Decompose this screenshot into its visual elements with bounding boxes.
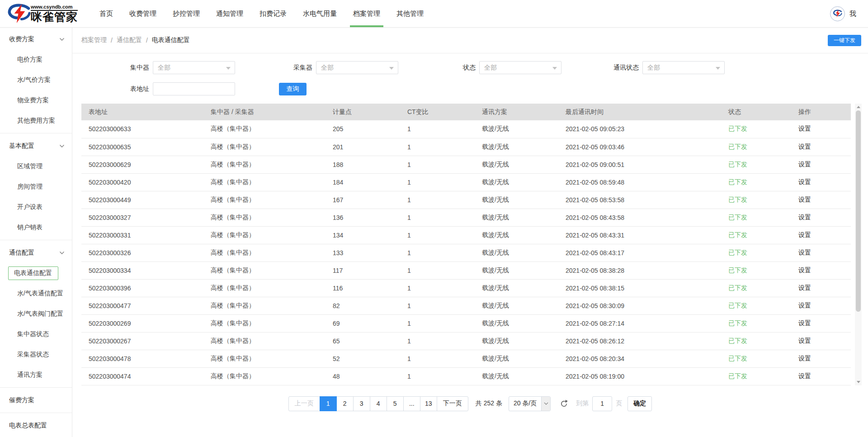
settings-link[interactable]: 设置 <box>798 143 811 150</box>
settings-link[interactable]: 设置 <box>798 266 811 274</box>
cell-metering-point: 52 <box>326 350 400 367</box>
search-button[interactable]: 查询 <box>279 83 307 95</box>
sidebar-group-header[interactable]: 电表总表配置 <box>0 415 72 436</box>
sidebar-group-header[interactable]: 催费方案 <box>0 390 72 410</box>
sidebar-item[interactable]: 水/气表阀门配置 <box>0 304 72 324</box>
sidebar-group-header[interactable]: 收费方案 <box>0 29 72 49</box>
brand-logo[interactable]: www.csyndb.com 咪雀管家 <box>6 4 78 24</box>
sidebar-item[interactable]: 电表通信配置 <box>0 263 72 283</box>
concentrator-select[interactable]: 全部 <box>153 61 235 74</box>
cell-comm-scheme: 载波/无线 <box>475 367 558 385</box>
main-content: 档案管理/通信配置/电表通信配置 一键下发 集中器全部采集器全部状态全部通讯状态… <box>72 28 868 437</box>
user-menu[interactable]: 我 <box>849 10 856 18</box>
comm-status-select[interactable]: 全部 <box>642 61 725 74</box>
breadcrumb: 档案管理/通信配置/电表通信配置 <box>81 36 190 44</box>
nav-item-7[interactable]: 档案管理 <box>345 0 388 27</box>
user-avatar[interactable] <box>830 6 845 21</box>
cell-meter-address: 502203000629 <box>81 156 203 173</box>
cell-last-comm-time: 2021-02-05 08:26:12 <box>558 332 721 350</box>
cell-meter-address: 502203000267 <box>81 332 203 350</box>
nav-item-5[interactable]: 扣费记录 <box>251 0 295 27</box>
settings-link[interactable]: 设置 <box>798 355 811 362</box>
nav-item-3[interactable]: 抄控管理 <box>165 0 208 27</box>
sidebar-item[interactable]: 其他费用方案 <box>0 110 72 131</box>
cell-action: 设置 <box>791 261 851 279</box>
sidebar-item[interactable]: 开户设表 <box>0 197 72 217</box>
settings-link[interactable]: 设置 <box>798 125 811 132</box>
cell-status: 已下发 <box>721 120 791 138</box>
settings-link[interactable]: 设置 <box>798 284 811 291</box>
scroll-up-icon[interactable] <box>855 104 862 110</box>
scroll-down-icon[interactable] <box>855 379 862 385</box>
scrollbar-thumb[interactable] <box>856 110 861 312</box>
sidebar-item[interactable]: 房间管理 <box>0 176 72 197</box>
cell-action: 设置 <box>791 209 851 226</box>
meter-address-input[interactable] <box>153 82 235 95</box>
col-ct-ratio: CT变比 <box>400 104 475 120</box>
nav-item-4[interactable]: 通知管理 <box>208 0 251 27</box>
filter-label: 集中器 <box>105 64 149 72</box>
table-header-row: 表地址集中器 / 采集器计量点CT变比通讯方案最后通讯时间状态操作 <box>81 104 851 120</box>
filter-label: 通讯状态 <box>594 64 639 72</box>
sidebar-item[interactable]: 水/气表通信配置 <box>0 283 72 304</box>
settings-link[interactable]: 设置 <box>798 214 811 221</box>
settings-link[interactable]: 设置 <box>798 337 811 344</box>
cell-comm-scheme: 载波/无线 <box>475 191 558 209</box>
sidebar-item-label: 其他费用方案 <box>17 117 55 125</box>
settings-link[interactable]: 设置 <box>798 231 811 238</box>
sidebar-group-header[interactable]: 通信配置 <box>0 242 72 263</box>
page-button-13[interactable]: 13 <box>420 396 437 411</box>
sidebar-item[interactable]: 物业费方案 <box>0 90 72 110</box>
nav-item-8[interactable]: 其他管理 <box>388 0 432 27</box>
sidebar-item[interactable]: 集中器状态 <box>0 324 72 344</box>
dispatch-all-button[interactable]: 一键下发 <box>828 35 861 46</box>
sidebar-item[interactable]: 采集器状态 <box>0 344 72 365</box>
cell-status: 已下发 <box>721 209 791 226</box>
filter-group: 状态全部 <box>431 61 594 74</box>
prev-page-button[interactable]: 上一页 <box>288 396 320 411</box>
sidebar-item[interactable]: 水/气价方案 <box>0 70 72 90</box>
settings-link[interactable]: 设置 <box>798 319 811 327</box>
settings-link[interactable]: 设置 <box>798 161 811 168</box>
cell-meter-address: 502203000474 <box>81 367 203 385</box>
nav-item-1[interactable]: 首页 <box>91 0 121 27</box>
sidebar-item[interactable]: 区域管理 <box>0 156 72 176</box>
page-button-1[interactable]: 1 <box>320 396 337 411</box>
sidebar-item[interactable]: 销户销表 <box>0 217 72 238</box>
cell-ct-ratio: 1 <box>400 120 475 138</box>
next-page-button[interactable]: 下一页 <box>437 396 468 411</box>
nav-item-6[interactable]: 水电气用量 <box>295 0 345 27</box>
breadcrumb-item[interactable]: 通信配置 <box>117 36 142 44</box>
sidebar-group-header[interactable]: 基本配置 <box>0 136 72 156</box>
page-size-select[interactable]: 20 条/页 <box>509 396 551 411</box>
breadcrumb-item[interactable]: 档案管理 <box>81 36 107 44</box>
meter-comm-table: 表地址集中器 / 采集器计量点CT变比通讯方案最后通讯时间状态操作 502203… <box>81 104 851 385</box>
cell-metering-point: 205 <box>326 120 400 138</box>
goto-page-input[interactable] <box>592 396 612 411</box>
table-scrollbar[interactable] <box>855 104 862 385</box>
cell-ct-ratio: 1 <box>400 367 475 385</box>
settings-link[interactable]: 设置 <box>798 196 811 203</box>
sidebar-item[interactable]: 通讯方案 <box>0 365 72 385</box>
page-button-4[interactable]: 4 <box>370 396 387 411</box>
page-ellipsis[interactable]: ... <box>403 396 420 411</box>
settings-link[interactable]: 设置 <box>798 249 811 256</box>
goto-confirm-button[interactable]: 确定 <box>627 396 652 411</box>
page-button-3[interactable]: 3 <box>353 396 370 411</box>
settings-link[interactable]: 设置 <box>798 302 811 309</box>
sidebar-item-label: 水/气表通信配置 <box>17 290 63 298</box>
cell-last-comm-time: 2021-02-05 08:19:00 <box>558 367 721 385</box>
sidebar-item[interactable]: 电价方案 <box>0 49 72 70</box>
cell-ct-ratio: 1 <box>400 244 475 261</box>
status-select[interactable]: 全部 <box>479 61 561 74</box>
cell-status: 已下发 <box>721 191 791 209</box>
page-button-2[interactable]: 2 <box>336 396 354 411</box>
page-button-5[interactable]: 5 <box>387 396 404 411</box>
collector-select[interactable]: 全部 <box>316 61 398 74</box>
nav-item-2[interactable]: 收费管理 <box>121 0 165 27</box>
sidebar-item-label: 区域管理 <box>17 162 42 171</box>
settings-link[interactable]: 设置 <box>798 178 811 185</box>
refresh-button[interactable] <box>558 398 570 409</box>
settings-link[interactable]: 设置 <box>798 372 811 380</box>
table-row: 502203000477高楼（集中器）821载波/无线2021-02-05 08… <box>81 297 851 314</box>
